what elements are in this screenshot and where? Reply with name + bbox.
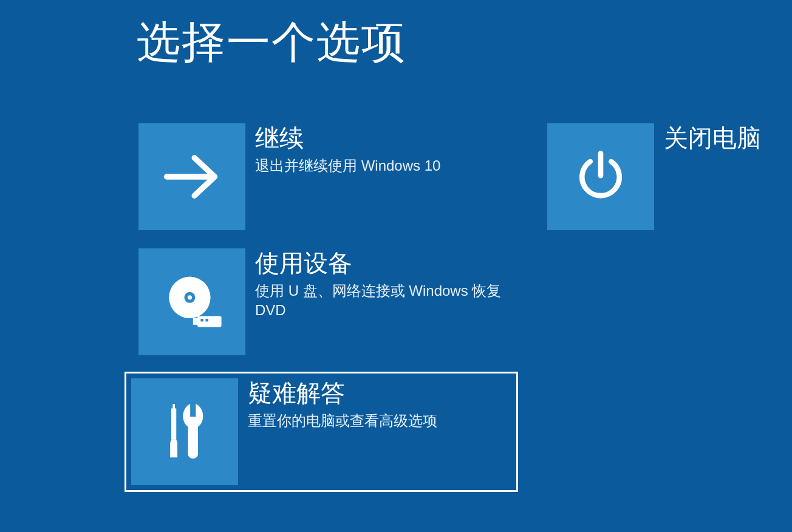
continue-option[interactable]: 继续 退出并继续使用 Windows 10 xyxy=(125,121,518,232)
shutdown-option[interactable]: 关闭电脑 xyxy=(545,121,788,232)
svg-rect-7 xyxy=(206,319,209,322)
svg-marker-9 xyxy=(170,440,177,457)
shutdown-title: 关闭电脑 xyxy=(664,123,780,152)
svg-point-3 xyxy=(188,295,192,299)
svg-rect-12 xyxy=(188,423,197,456)
svg-rect-8 xyxy=(171,409,176,440)
page-title: 选择一个选项 xyxy=(137,13,406,72)
use-device-desc: 使用 U 盘、网络连接或 Windows 恢复 DVD xyxy=(255,281,510,321)
troubleshoot-desc: 重置你的电脑或查看高级选项 xyxy=(248,411,510,431)
right-options: 关闭电脑 xyxy=(545,121,788,232)
arrow-right-icon xyxy=(138,123,245,230)
use-device-title: 使用设备 xyxy=(255,248,510,278)
power-icon xyxy=(547,123,654,230)
svg-rect-6 xyxy=(200,319,203,322)
options-list: 继续 退出并继续使用 Windows 10 使用设备 使用 U 盘、网络 xyxy=(125,121,518,506)
svg-rect-10 xyxy=(172,404,175,409)
disc-usb-icon xyxy=(138,248,245,355)
use-device-option[interactable]: 使用设备 使用 U 盘、网络连接或 Windows 恢复 DVD xyxy=(125,247,518,357)
svg-rect-5 xyxy=(193,318,198,325)
svg-rect-4 xyxy=(197,316,222,327)
troubleshoot-title: 疑难解答 xyxy=(248,378,510,408)
continue-desc: 退出并继续使用 Windows 10 xyxy=(255,156,510,176)
svg-rect-14 xyxy=(190,402,196,417)
tools-icon xyxy=(131,378,238,485)
troubleshoot-option[interactable]: 疑难解答 重置你的电脑或查看高级选项 xyxy=(125,372,518,492)
continue-title: 继续 xyxy=(255,123,510,152)
